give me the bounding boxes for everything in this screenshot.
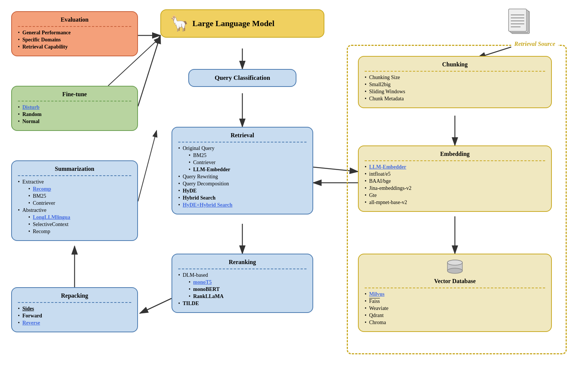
chunk-metadata: Chunk Metadata <box>365 96 545 102</box>
reranking-box: Reranking DLM-based monoT5 monoBERT Rank… <box>172 254 313 313</box>
retrieval-title: Retrieval <box>178 132 306 139</box>
embedding-box: Embedding LLM-Embedder intfloat/e5 BAAI/… <box>358 145 552 212</box>
vectordb-box: Vector Database Milvus Faiss Weaviate Qd… <box>358 254 552 332</box>
reranking-list: DLM-based monoT5 monoBERT RankLLaMA TILD… <box>178 272 306 307</box>
retrieval-original-query: Original Query BM25 Contriever LLM-Embed… <box>178 145 306 173</box>
summ-longllmlingua: LongLLMlingua <box>28 214 131 220</box>
repacking-box: Repacking Sides Forward Reverse <box>11 287 138 332</box>
chunking-title: Chunking <box>365 61 545 68</box>
summ-contriever: Contriever <box>28 200 131 206</box>
vdb-chroma: Chroma <box>365 320 545 326</box>
eval-item-2: Specific Domains <box>18 37 131 43</box>
chunk-sliding: Sliding Windows <box>365 89 545 95</box>
retrieval-list: Original Query BM25 Contriever LLM-Embed… <box>178 145 306 208</box>
evaluation-title: Evaluation <box>18 16 131 23</box>
vdb-weaviate: Weaviate <box>365 305 545 311</box>
svg-rect-18 <box>509 9 526 31</box>
chunking-list: Chunking Size Small2big Sliding Windows … <box>365 75 545 102</box>
ret-query-rewriting: Query Rewriting <box>178 174 306 180</box>
chunking-box: Chunking Chunking Size Small2big Sliding… <box>358 56 552 108</box>
rerank-dlm: DLM-based monoT5 monoBERT RankLLaMA <box>178 272 306 300</box>
ret-bm25: BM25 <box>189 153 306 159</box>
vdb-qdrant: Qdrant <box>365 313 545 319</box>
summarization-title: Summarization <box>18 166 131 172</box>
svg-point-26 <box>447 268 462 273</box>
emb-jina: Jina-embeddings-v2 <box>365 185 545 191</box>
llama-icon: 🦙 <box>170 16 189 31</box>
query-classification-box: Query Classification <box>188 69 296 87</box>
vdb-milvus: Milvus <box>365 291 545 297</box>
vdb-faiss: Faiss <box>365 298 545 304</box>
retrieval-box: Retrieval Original Query BM25 Contriever… <box>172 127 313 214</box>
summ-selectivecontext: SelectiveContext <box>28 222 131 228</box>
chunk-size: Chunking Size <box>365 75 545 81</box>
summ-extractive: Extractive Recomp BM25 Contriever <box>18 179 131 206</box>
chunk-small2big: Small2big <box>365 82 545 88</box>
finetune-item-normal: Normal <box>18 119 131 125</box>
rerank-rankllama: RankLLaMA <box>189 294 306 300</box>
emb-mpnet: all-mpnet-base-v2 <box>365 200 545 206</box>
ret-hyde: HyDE <box>178 188 306 194</box>
svg-line-8 <box>138 35 160 106</box>
evaluation-list: General Performance Specific Domains Ret… <box>18 30 131 50</box>
eval-item-3: Retrieval Capability <box>18 44 131 50</box>
document-icon <box>507 8 536 40</box>
ret-contriever: Contriever <box>189 160 306 166</box>
finetune-item-disturb: Disturb <box>18 104 131 110</box>
emb-intfloat: intfloat/e5 <box>365 171 545 177</box>
finetune-box: Fine-tune Disturb Random Normal <box>11 86 138 131</box>
svg-line-9 <box>138 131 157 201</box>
ret-hyde-hybrid: HyDE+Hybrid Search <box>178 202 306 208</box>
db-icon <box>365 259 545 276</box>
ret-query-decomposition: Query Decomposition <box>178 181 306 187</box>
repacking-reverse: Reverse <box>18 320 131 326</box>
repacking-title: Repacking <box>18 292 131 299</box>
embedding-list: LLM-Embedder intfloat/e5 BAAI/bge Jina-e… <box>365 164 545 206</box>
embedding-title: Embedding <box>365 151 545 157</box>
retrieval-source-label: Retrieval Source <box>511 41 558 47</box>
repacking-forward: Forward <box>18 313 131 319</box>
repacking-list: Sides Forward Reverse <box>18 306 131 326</box>
vectordb-list: Milvus Faiss Weaviate Qdrant Chroma <box>365 291 545 326</box>
llm-box: 🦙 Large Language Model <box>160 9 324 38</box>
evaluation-box: Evaluation General Performance Specific … <box>11 11 138 56</box>
summ-recomp: Recomp <box>28 186 131 192</box>
llm-title: Large Language Model <box>192 19 274 28</box>
repacking-sides: Sides <box>18 306 131 312</box>
finetune-item-random: Random <box>18 112 131 117</box>
emb-gte: Gte <box>365 192 545 198</box>
rerank-monobert: monoBERT <box>189 286 306 292</box>
summ-bm25: BM25 <box>28 193 131 199</box>
rerank-tilde: TILDE <box>178 301 306 307</box>
summ-recomp2: Recomp <box>28 229 131 235</box>
finetune-title: Fine-tune <box>18 91 131 98</box>
svg-line-6 <box>140 298 172 313</box>
rerank-monot5: monoT5 <box>189 279 306 285</box>
vectordb-title: Vector Database <box>365 278 545 285</box>
emb-llm-embedder: LLM-Embedder <box>365 164 545 170</box>
summarization-list: Extractive Recomp BM25 Contriever Abstra… <box>18 179 131 235</box>
diagram-container: Evaluation General Performance Specific … <box>0 0 588 370</box>
eval-item-1: General Performance <box>18 30 131 36</box>
ret-hybrid-search: Hybrid Search <box>178 195 306 201</box>
emb-baai: BAAI/bge <box>365 178 545 184</box>
ret-llm-embedder: LLM-Embedder <box>189 167 306 173</box>
query-classification-title: Query Classification <box>195 74 290 82</box>
finetune-list: Disturb Random Normal <box>18 104 131 125</box>
reranking-title: Reranking <box>178 259 306 266</box>
svg-point-27 <box>447 260 462 265</box>
summarization-box: Summarization Extractive Recomp BM25 Con… <box>11 160 138 241</box>
summ-abstractive: Abstractive LongLLMlingua SelectiveConte… <box>18 207 131 235</box>
